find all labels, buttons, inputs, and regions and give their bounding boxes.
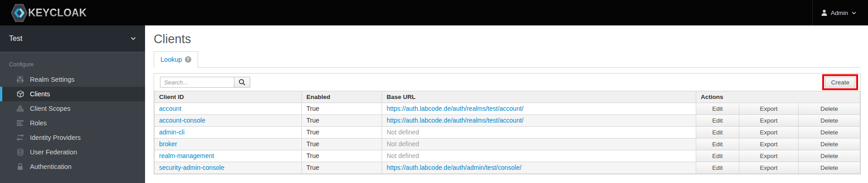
table-row: realm-management True Not defined Edit E…	[155, 150, 860, 162]
user-icon	[821, 10, 827, 16]
base-url-cell[interactable]: https://auth.labcode.de/auth/realms/test…	[387, 105, 524, 112]
keycloak-logo: KEYCLOAK	[11, 4, 87, 22]
sidebar-item-clients[interactable]: Clients	[0, 87, 145, 101]
cubes-icon	[16, 105, 24, 112]
sidebar-item-client-scopes[interactable]: Client Scopes	[0, 101, 145, 116]
chevron-down-icon	[131, 37, 136, 40]
client-id-link[interactable]: admin-cli	[159, 129, 184, 136]
delete-button[interactable]: Delete	[799, 150, 860, 162]
delete-button[interactable]: Delete	[799, 103, 860, 114]
keycloak-hexagon-icon	[11, 4, 28, 22]
base-url-cell[interactable]: https://auth.labcode.de/auth/admin/test/…	[387, 164, 521, 171]
sidebar-nav: Configure Realm Settings	[0, 52, 145, 174]
base-url-cell: Not defined	[387, 140, 419, 148]
enabled-cell: True	[302, 138, 382, 150]
create-button[interactable]: Create	[825, 77, 855, 88]
export-button[interactable]: Export	[739, 103, 798, 114]
column-header-enabled: Enabled	[302, 91, 382, 103]
sidebar-item-identity-providers[interactable]: Identity Providers	[0, 130, 145, 145]
list-icon	[16, 120, 24, 126]
nav-section-label: Configure	[0, 61, 145, 68]
column-header-actions: Actions	[696, 91, 860, 103]
client-id-link[interactable]: account	[159, 105, 181, 112]
user-name: Admin	[831, 10, 848, 16]
tab-bar: Lookup ?	[154, 51, 861, 68]
client-id-link[interactable]: realm-management	[159, 152, 214, 159]
user-menu-button[interactable]: Admin	[812, 0, 868, 25]
edit-button[interactable]: Edit	[696, 115, 739, 126]
table-row: account-console True https://auth.labcod…	[155, 115, 860, 127]
sidebar-item-roles[interactable]: Roles	[0, 116, 145, 130]
table-row: security-admin-console True https://auth…	[155, 162, 860, 174]
search-input[interactable]	[160, 77, 234, 88]
delete-button[interactable]: Delete	[799, 162, 860, 173]
magnifier-icon	[238, 79, 246, 86]
sidebar-item-realm-settings[interactable]: Realm Settings	[0, 72, 145, 87]
sidebar-item-label: User Federation	[30, 148, 77, 156]
sidebar-item-authentication[interactable]: Authentication	[0, 159, 145, 174]
edit-button[interactable]: Edit	[696, 138, 739, 150]
page-title: Clients	[154, 32, 861, 46]
realm-selector[interactable]: Test	[0, 25, 145, 52]
edit-button[interactable]: Edit	[696, 162, 739, 173]
search-group	[160, 77, 250, 88]
sidebar-item-user-federation[interactable]: User Federation	[0, 145, 145, 159]
enabled-cell: True	[302, 150, 382, 162]
topbar: KEYCLOAK Admin	[0, 0, 868, 25]
sidebar: Test Configure Realm Settings	[0, 25, 145, 183]
clients-table: Client ID Enabled Base URL Actions accou…	[154, 91, 860, 174]
delete-button[interactable]: Delete	[799, 138, 860, 150]
table-header-row: Client ID Enabled Base URL Actions	[155, 91, 860, 103]
search-button[interactable]	[234, 77, 250, 88]
tab-lookup-label: Lookup	[160, 56, 182, 63]
exchange-icon	[16, 134, 24, 141]
main-content: Clients Lookup ? Create	[145, 25, 868, 183]
table-row: account True https://auth.labcode.de/aut…	[155, 103, 860, 115]
sidebar-item-label: Identity Providers	[30, 134, 81, 141]
logo-text: KEYCLOAK	[28, 7, 87, 19]
edit-button[interactable]: Edit	[696, 103, 739, 114]
cube-icon	[16, 90, 24, 98]
column-header-client-id: Client ID	[155, 91, 302, 103]
base-url-cell: Not defined	[387, 152, 419, 159]
sidebar-item-label: Realm Settings	[30, 76, 74, 83]
chevron-down-icon	[852, 11, 856, 15]
base-url-cell[interactable]: https://auth.labcode.de/auth/realms/test…	[387, 117, 524, 124]
delete-button[interactable]: Delete	[799, 127, 860, 138]
sidebar-item-label: Authentication	[30, 163, 72, 170]
export-button[interactable]: Export	[739, 162, 798, 173]
base-url-cell: Not defined	[387, 129, 419, 136]
client-id-link[interactable]: account-console	[159, 117, 205, 124]
clients-panel: Create Client ID Enabled Base URL Action…	[154, 73, 861, 174]
tab-lookup[interactable]: Lookup ?	[154, 51, 198, 68]
table-toolbar: Create	[154, 74, 860, 91]
sidebar-item-label: Client Scopes	[30, 105, 70, 112]
export-button[interactable]: Export	[739, 127, 798, 138]
delete-button[interactable]: Delete	[799, 115, 860, 126]
enabled-cell: True	[302, 127, 382, 138]
edit-button[interactable]: Edit	[696, 150, 739, 162]
clients-table-body: account True https://auth.labcode.de/aut…	[155, 103, 860, 174]
client-id-link[interactable]: security-admin-console	[159, 164, 224, 171]
edit-button[interactable]: Edit	[696, 127, 739, 138]
question-circle-icon[interactable]: ?	[185, 56, 191, 63]
column-header-base-url: Base URL	[382, 91, 696, 103]
export-button[interactable]: Export	[739, 115, 798, 126]
sidebar-item-label: Clients	[30, 90, 50, 98]
create-button-highlight: Create	[822, 74, 858, 90]
enabled-cell: True	[302, 103, 382, 115]
sliders-icon	[16, 76, 24, 83]
lock-icon	[16, 163, 24, 170]
enabled-cell: True	[302, 115, 382, 127]
enabled-cell: True	[302, 162, 382, 174]
export-button[interactable]: Export	[739, 138, 798, 150]
sidebar-item-label: Roles	[30, 119, 47, 127]
table-row: broker True Not defined Edit Export Dele…	[155, 138, 860, 150]
database-icon	[16, 148, 24, 156]
realm-name: Test	[9, 35, 22, 43]
table-row: admin-cli True Not defined Edit Export D…	[155, 127, 860, 138]
client-id-link[interactable]: broker	[159, 140, 177, 148]
export-button[interactable]: Export	[739, 150, 798, 162]
